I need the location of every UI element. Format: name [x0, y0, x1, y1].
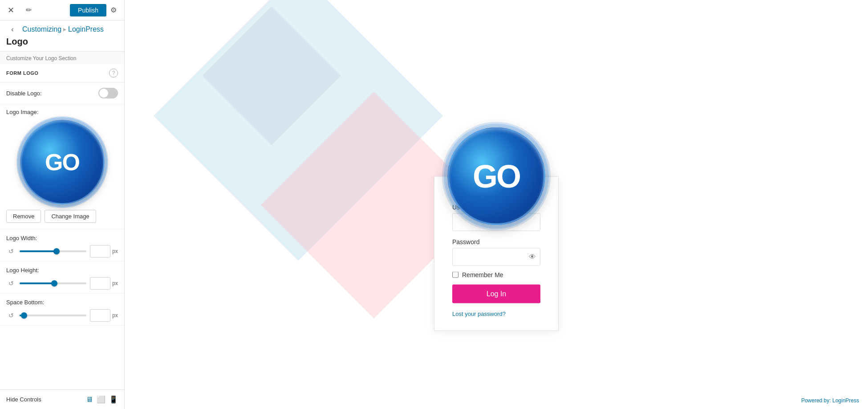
remember-row: Remember Me	[452, 271, 540, 278]
loginpress-link[interactable]: LoginPress	[68, 25, 104, 33]
remember-label: Remember Me	[462, 271, 503, 278]
powered-by: Powered by: LoginPress	[801, 397, 859, 404]
publish-button[interactable]: Publish	[70, 4, 106, 16]
logo-height-fill	[20, 282, 54, 284]
settings-button[interactable]: ⚙	[106, 3, 121, 17]
back-button[interactable]: ‹	[6, 23, 19, 36]
logo-width-thumb[interactable]	[53, 248, 60, 254]
password-input[interactable]	[452, 248, 540, 266]
svg-rect-2	[202, 6, 341, 145]
desktop-icon[interactable]: 🖥	[86, 395, 93, 404]
space-reset-icon[interactable]: ↺	[6, 311, 16, 320]
logo-height-value-wrap: 353 px	[90, 277, 118, 290]
logo-width-input[interactable]: 382	[90, 245, 110, 258]
main-logo-circle: GO	[447, 127, 545, 225]
logo-width-value-wrap: 382 px	[90, 245, 118, 258]
svg-rect-0	[154, 0, 443, 261]
space-bottom-unit: px	[112, 312, 118, 319]
lost-password-link[interactable]: Lost your password?	[452, 311, 540, 317]
help-icon[interactable]: ?	[109, 69, 118, 78]
hide-controls-button[interactable]: Hide Controls	[6, 396, 41, 403]
logo-height-input[interactable]: 353	[90, 277, 110, 290]
hide-controls-bar: Hide Controls 🖥 ⬜ 📱	[0, 389, 124, 409]
change-image-button[interactable]: Change Image	[45, 210, 96, 223]
device-icons: 🖥 ⬜ 📱	[86, 395, 118, 404]
password-label: Password	[452, 238, 540, 245]
remember-checkbox[interactable]	[452, 272, 458, 278]
main-logo-text: GO	[473, 158, 520, 195]
form-logo-label: FORM LOGO	[6, 70, 38, 76]
logo-text: GO	[45, 149, 79, 176]
sidebar: ✕ ✏ Publish ⚙ ‹ Customizing ▶ LoginPress…	[0, 0, 125, 409]
main-preview: GO Username or Email Address Password 👁 …	[125, 0, 868, 409]
disable-logo-row: Disable Logo:	[0, 82, 124, 104]
logo-width-row: ↺ 382 px	[6, 245, 118, 258]
space-bottom-row: ↺ 0 px	[6, 309, 118, 322]
remove-button[interactable]: Remove	[6, 210, 41, 223]
logo-height-unit: px	[112, 280, 118, 286]
eye-icon[interactable]: 👁	[529, 253, 536, 261]
disable-logo-label: Disable Logo:	[6, 90, 42, 97]
space-bottom-input[interactable]: 0	[90, 309, 110, 322]
logo-buttons: Remove Change Image	[6, 210, 118, 223]
login-button[interactable]: Log In	[452, 285, 540, 303]
login-area: GO Username or Email Address Password 👁 …	[434, 78, 559, 331]
logo-width-unit: px	[112, 248, 118, 254]
logo-width-fill	[20, 250, 57, 252]
logo-height-track[interactable]	[20, 282, 86, 284]
powered-by-brand: LoginPress	[832, 397, 859, 404]
logo-height-label: Logo Height:	[6, 267, 118, 274]
password-wrap: 👁	[452, 248, 540, 266]
sidebar-content: Customize Your Logo Section FORM LOGO ? …	[0, 51, 124, 409]
space-bottom-section: Space Bottom: ↺ 0 px	[0, 294, 124, 326]
edit-button[interactable]: ✏	[21, 3, 36, 17]
logo-width-label: Logo Width:	[6, 235, 118, 241]
logo-height-row: ↺ 353 px	[6, 277, 118, 290]
section-label: Customize Your Logo Section	[0, 51, 124, 64]
logo-circle: GO	[20, 120, 105, 204]
form-logo-header: FORM LOGO ?	[0, 64, 124, 82]
logo-image-label: Logo Image:	[6, 109, 118, 115]
page-title: Logo	[0, 36, 124, 51]
mobile-icon[interactable]: 📱	[109, 395, 118, 404]
space-bottom-value-wrap: 0 px	[90, 309, 118, 322]
width-reset-icon[interactable]: ↺	[6, 246, 16, 256]
logo-width-section: Logo Width: ↺ 382 px	[0, 229, 124, 262]
logo-width-track[interactable]	[20, 250, 86, 252]
height-reset-icon[interactable]: ↺	[6, 278, 16, 288]
customizing-link[interactable]: Customizing	[22, 25, 61, 33]
space-bottom-track[interactable]	[20, 315, 86, 316]
top-bar: ✕ ✏ Publish ⚙	[0, 0, 124, 20]
logo-image-section: Logo Image: GO Remove Change Image	[0, 104, 124, 229]
logo-preview: GO	[6, 120, 118, 204]
hide-controls-label: Hide Controls	[6, 396, 41, 403]
breadcrumb-area: ‹ Customizing ▶ LoginPress	[0, 20, 124, 36]
tablet-icon[interactable]: ⬜	[97, 395, 105, 404]
disable-logo-toggle[interactable]	[98, 88, 118, 98]
close-button[interactable]: ✕	[4, 3, 18, 17]
space-bottom-thumb[interactable]	[21, 312, 27, 319]
space-bottom-label: Space Bottom:	[6, 299, 118, 306]
breadcrumb-arrow: ▶	[63, 27, 66, 32]
logo-height-section: Logo Height: ↺ 353 px	[0, 262, 124, 294]
logo-height-thumb[interactable]	[51, 280, 57, 286]
powered-by-text: Powered by:	[801, 397, 832, 404]
